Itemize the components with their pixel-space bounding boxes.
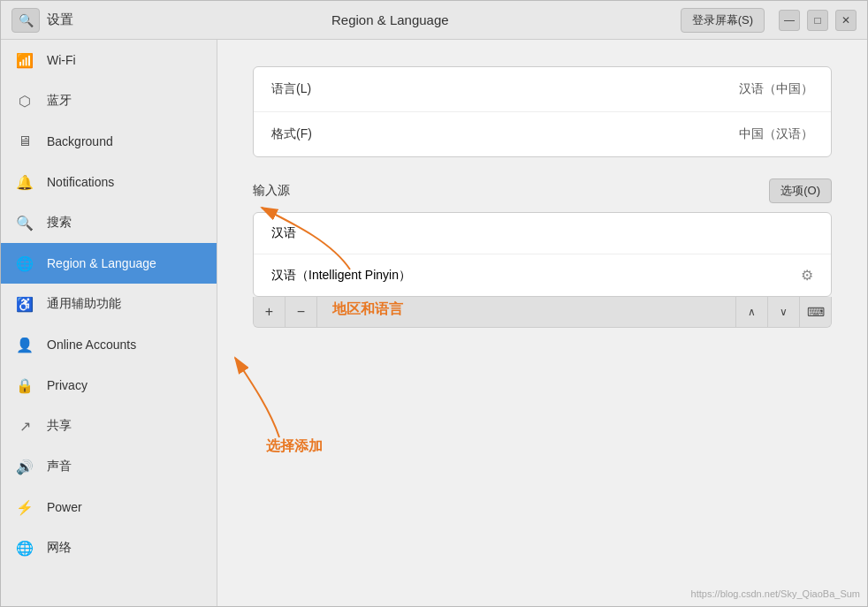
sound-icon: 🔊 xyxy=(15,457,34,476)
sidebar-item-label-sound: 声音 xyxy=(47,459,72,474)
close-button[interactable]: ✕ xyxy=(835,10,857,31)
sidebar: 📶 Wi-Fi ⬡ 蓝牙 🖥 Background 🔔 Notification… xyxy=(1,40,217,606)
sidebar-item-region-language[interactable]: 🌐 Region & Language xyxy=(1,243,217,284)
sidebar-item-label-online-accounts: Online Accounts xyxy=(47,338,136,352)
search-button[interactable]: 🔍 xyxy=(11,8,40,33)
sidebar-item-background[interactable]: 🖥 Background xyxy=(1,121,217,162)
sidebar-item-label-wifi: Wi-Fi xyxy=(47,53,76,67)
remove-input-source-button[interactable]: − xyxy=(286,297,317,327)
keyboard-layout-button[interactable]: ⌨ xyxy=(799,297,831,327)
sidebar-item-label-search: 搜索 xyxy=(47,215,72,231)
sidebar-item-network[interactable]: 🌐 网络 xyxy=(1,527,217,568)
region-icon: 🌐 xyxy=(15,254,34,273)
input-source-toolbar: + − ∧ ∨ ⌨ xyxy=(253,297,832,328)
add-icon: + xyxy=(265,304,273,320)
language-label: 语言(L) xyxy=(271,81,311,97)
main-window: 🔍 设置 Region & Language 登录屏幕(S) — □ ✕ xyxy=(0,0,868,607)
sidebar-item-sound[interactable]: 🔊 声音 xyxy=(1,446,217,487)
sidebar-item-label-bluetooth: 蓝牙 xyxy=(47,93,72,109)
content-area: 📶 Wi-Fi ⬡ 蓝牙 🖥 Background 🔔 Notification… xyxy=(1,40,867,606)
annotation-text-2: 选择添加 xyxy=(266,437,323,456)
close-icon: ✕ xyxy=(841,14,850,27)
input-source-title: 输入源 xyxy=(253,183,290,199)
add-input-source-button[interactable]: + xyxy=(254,297,286,327)
watermark: https://blog.csdn.net/Sky_QiaoBa_Sum xyxy=(691,588,860,599)
titlebar: 🔍 设置 Region & Language 登录屏幕(S) — □ ✕ xyxy=(1,1,867,40)
power-icon: ⚡ xyxy=(15,497,34,517)
sidebar-item-label-share: 共享 xyxy=(47,418,72,434)
input-source-header: 输入源 选项(O) xyxy=(253,178,832,203)
keyboard-icon: ⌨ xyxy=(807,305,825,319)
bell-icon: 🔔 xyxy=(15,172,34,192)
window-title: Region & Language xyxy=(100,12,681,27)
search-sidebar-icon: 🔍 xyxy=(15,213,34,232)
move-down-button[interactable]: ∨ xyxy=(767,297,799,327)
input-source-hanyu-label: 汉语 xyxy=(271,225,296,241)
sidebar-item-label-background: Background xyxy=(47,134,113,148)
annotation-arrow-2 xyxy=(226,340,403,446)
input-source-row-pinyin[interactable]: 汉语（Intelligent Pinyin） ⚙ xyxy=(254,254,831,296)
format-row[interactable]: 格式(F) 中国（汉语） xyxy=(254,112,831,156)
sidebar-item-notifications[interactable]: 🔔 Notifications xyxy=(1,162,217,202)
minimize-icon: — xyxy=(784,14,795,27)
titlebar-left: 🔍 设置 xyxy=(11,8,100,33)
main-panel: 语言(L) 汉语（中国） 格式(F) 中国（汉语） 输入源 选项(O) 汉语 汉… xyxy=(217,40,867,606)
up-icon: ∧ xyxy=(748,306,756,318)
network-icon: 🌐 xyxy=(15,538,34,558)
accessibility-icon: ♿ xyxy=(15,294,34,314)
maximize-icon: □ xyxy=(814,14,820,27)
sidebar-item-label-accessibility: 通用辅助功能 xyxy=(47,296,121,312)
online-accounts-icon: 👤 xyxy=(15,335,34,354)
sidebar-item-bluetooth[interactable]: ⬡ 蓝牙 xyxy=(1,80,217,121)
sidebar-item-share[interactable]: ↗ 共享 xyxy=(1,406,217,446)
share-icon: ↗ xyxy=(15,416,34,436)
sidebar-item-label-network: 网络 xyxy=(47,540,72,556)
language-format-card: 语言(L) 汉语（中国） 格式(F) 中国（汉语） xyxy=(253,66,832,157)
format-label: 格式(F) xyxy=(271,126,312,142)
sidebar-item-accessibility[interactable]: ♿ 通用辅助功能 xyxy=(1,284,217,324)
sidebar-item-label-power: Power xyxy=(47,500,82,514)
wifi-icon: 📶 xyxy=(15,50,34,70)
input-source-card: 汉语 汉语（Intelligent Pinyin） ⚙ xyxy=(253,212,832,297)
minimize-button[interactable]: — xyxy=(779,10,800,31)
maximize-button[interactable]: □ xyxy=(807,10,828,31)
move-up-button[interactable]: ∧ xyxy=(735,297,767,327)
sidebar-item-label-region: Region & Language xyxy=(47,256,156,270)
sidebar-item-privacy[interactable]: 🔒 Privacy xyxy=(1,365,217,406)
language-row[interactable]: 语言(L) 汉语（中国） xyxy=(254,67,831,112)
sidebar-item-search[interactable]: 🔍 搜索 xyxy=(1,202,217,243)
language-value: 汉语（中国） xyxy=(739,81,813,97)
bluetooth-icon: ⬡ xyxy=(15,91,34,110)
format-value: 中国（汉语） xyxy=(739,126,813,142)
gear-icon[interactable]: ⚙ xyxy=(801,267,813,284)
sidebar-item-wifi[interactable]: 📶 Wi-Fi xyxy=(1,40,217,80)
settings-label: 设置 xyxy=(47,11,73,28)
sidebar-item-label-privacy: Privacy xyxy=(47,378,88,392)
privacy-icon: 🔒 xyxy=(15,376,34,395)
sidebar-item-power[interactable]: ⚡ Power xyxy=(1,487,217,527)
window-controls: — □ ✕ xyxy=(779,10,857,31)
titlebar-right: 登录屏幕(S) — □ ✕ xyxy=(681,8,857,33)
remove-icon: − xyxy=(297,304,305,320)
sidebar-item-label-notifications: Notifications xyxy=(47,175,114,189)
down-icon: ∨ xyxy=(780,306,788,318)
search-icon: 🔍 xyxy=(19,13,34,27)
input-source-pinyin-label: 汉语（Intelligent Pinyin） xyxy=(271,268,411,284)
options-button[interactable]: 选项(O) xyxy=(769,178,832,203)
background-icon: 🖥 xyxy=(15,132,34,151)
input-source-row-hanyu[interactable]: 汉语 xyxy=(254,213,831,254)
login-screen-button[interactable]: 登录屏幕(S) xyxy=(681,8,765,33)
sidebar-item-online-accounts[interactable]: 👤 Online Accounts xyxy=(1,324,217,365)
